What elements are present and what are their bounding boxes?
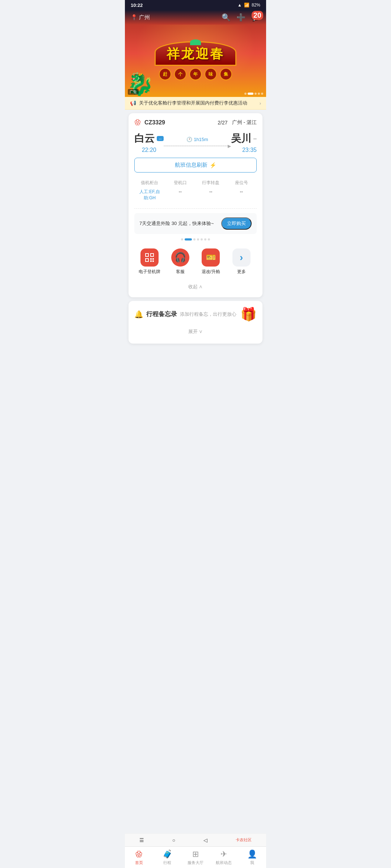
promo-dot-2 [185, 238, 192, 241]
more-label: 更多 [237, 269, 246, 275]
refresh-text: 航班信息刷新 [175, 162, 207, 169]
arrival-airport: 吴川 -- 23:35 [231, 132, 257, 153]
info-value-gate: -- [167, 189, 194, 194]
flight-middle: 🕐 1h15m ▶ [164, 137, 231, 149]
dot-5 [261, 93, 263, 95]
banner-title: 祥龙迎春 [167, 45, 224, 63]
info-value-seat: -- [228, 189, 256, 194]
location-selector[interactable]: 📍 广州 [131, 14, 150, 21]
flight-header: 🏵 CZ3329 2/27 广州 - 湛江 [134, 118, 257, 127]
boarding-pass-label: 电子登机牌 [139, 269, 160, 275]
speaker-icon: 📢 [130, 100, 136, 106]
arrival-badge: -- [253, 136, 257, 141]
departure-time: 22:20 [134, 147, 164, 153]
customer-service-icon: 🎧 [171, 248, 189, 267]
action-customer-service[interactable]: 🎧 客服 [165, 246, 196, 278]
customer-service-label: 客服 [176, 269, 185, 275]
flight-number: CZ3329 [144, 119, 165, 126]
ad-label: 广告 [128, 89, 139, 95]
announcement-arrow: › [260, 101, 261, 106]
info-cell-checkin: 值机柜台 人工:EF,自助:GH [134, 177, 165, 204]
subtitle-char-1: 赶 [159, 68, 171, 80]
expand-button[interactable]: 展开 ∨ [134, 326, 257, 338]
signal-icon: ▲ [237, 3, 242, 8]
flight-header-left: 🏵 CZ3329 [134, 118, 165, 127]
info-label-checkin: 值机柜台 [136, 180, 164, 186]
boarding-pass-icon [140, 248, 159, 267]
action-boarding-pass[interactable]: 电子登机牌 [134, 246, 165, 278]
dot-4 [258, 93, 260, 95]
subtitle-char-5: 集 [220, 68, 232, 80]
memo-header: 🔔 行程备忘录 添加行程备忘，出行更放心 🎁 [134, 307, 257, 322]
action-change-upgrade[interactable]: 🎫 退改/升舱 [196, 246, 226, 278]
flight-route-display: 白云 -- 22:20 🕐 1h15m ▶ 吴川 -- [134, 132, 257, 153]
app-header: 📍 广州 🔍 ➕ 💬 20 [125, 10, 266, 25]
flight-card: 🏵 CZ3329 2/27 广州 - 湛江 白云 -- 22:20 🕐 1h15… [129, 113, 262, 297]
info-table: 值机柜台 人工:EF,自助:GH 登机口 -- 行李转盘 -- 座位号 -- [134, 177, 257, 204]
status-icons: ▲ 📶 82% [237, 3, 260, 8]
banner-indicator [244, 93, 263, 95]
svg-rect-6 [150, 258, 152, 260]
action-more[interactable]: › 更多 [226, 246, 257, 278]
svg-rect-7 [152, 258, 154, 260]
subtitle-char-2: 个 [174, 68, 186, 80]
arrival-name-text: 吴川 [231, 132, 251, 145]
flight-duration: 🕐 1h15m [186, 137, 208, 142]
refresh-button[interactable]: 航班信息刷新 ⚡ [134, 158, 257, 173]
info-cell-seat: 座位号 -- [226, 177, 257, 204]
promo-dot-3 [193, 238, 196, 241]
search-icon[interactable]: 🔍 [222, 13, 231, 22]
announcement-text: 关于优化客舱行李管理和开展国内付费行李优惠活动 [139, 100, 257, 106]
promo-dot-5 [201, 238, 203, 241]
banner-arch: 祥龙迎春 [155, 41, 236, 66]
more-icon: › [232, 248, 251, 267]
memo-card: 🔔 行程备忘录 添加行程备忘，出行更放心 🎁 展开 ∨ [129, 301, 262, 344]
svg-rect-8 [150, 260, 152, 262]
header-actions: 🔍 ➕ 💬 20 [222, 13, 260, 22]
message-badge[interactable]: 💬 20 [251, 13, 260, 22]
flight-line: ▶ [164, 144, 231, 149]
departure-name-text: 白云 [134, 132, 155, 145]
promo-section: 7天交通意外险 30 元起，快来体验~ 立即购买 [134, 213, 257, 241]
status-bar: 10:22 ▲ 📶 82% [125, 0, 266, 10]
svg-rect-3 [146, 254, 148, 256]
subtitle-char-4: 味 [205, 68, 217, 80]
promo-banner-top[interactable]: 🐉 祥龙迎春 赶 个 年 味 集 广告 [125, 25, 266, 97]
info-label-belt: 行李转盘 [197, 180, 225, 186]
content-area: 🏵 CZ3329 2/27 广州 - 湛江 白云 -- 22:20 🕐 1h15… [125, 113, 266, 386]
svg-rect-5 [151, 254, 153, 256]
promo-row: 7天交通意外险 30 元起，快来体验~ 立即购买 [134, 213, 257, 234]
info-cell-belt: 行李转盘 -- [196, 177, 226, 204]
action-icons-row: 电子登机牌 🎧 客服 🎫 退改/升舱 › 更多 [134, 246, 257, 278]
collapse-button[interactable]: 收起 ∧ [134, 281, 257, 292]
gift-icon: 🎁 [240, 307, 257, 322]
airline-logo: 🏵 [134, 118, 142, 127]
dot-3 [255, 93, 257, 95]
bell-icon: 🔔 [134, 310, 143, 319]
promo-text: 7天交通意外险 30 元起，快来体验~ [139, 220, 214, 227]
subtitle-char-3: 年 [189, 68, 202, 80]
announcement-bar[interactable]: 📢 关于优化客舱行李管理和开展国内付费行李优惠活动 › [125, 97, 266, 110]
departure-airport: 白云 -- 22:20 [134, 132, 164, 153]
flight-route: 广州 - 湛江 [232, 119, 257, 126]
status-time: 10:22 [131, 3, 143, 8]
clock-icon: 🕐 [186, 137, 192, 142]
flight-date: 2/27 [218, 120, 227, 125]
info-value-belt: -- [197, 189, 225, 194]
memo-title-row: 🔔 行程备忘录 添加行程备忘，出行更放心 [134, 310, 236, 319]
banner-main-content: 祥龙迎春 赶 个 年 味 集 [155, 41, 236, 80]
flight-date-route: 2/27 广州 - 湛江 [218, 119, 257, 126]
flight-line-inner [164, 146, 227, 146]
dot-2 [248, 93, 253, 95]
banner-subtitle: 赶 个 年 味 集 [155, 68, 236, 80]
promo-dot-7 [208, 238, 210, 241]
add-icon[interactable]: ➕ [236, 13, 245, 22]
location-pin-icon: 📍 [131, 14, 138, 21]
info-label-seat: 座位号 [228, 180, 256, 186]
info-divider [134, 208, 257, 209]
promo-buy-button[interactable]: 立即购买 [221, 217, 252, 230]
info-cell-gate: 登机口 -- [165, 177, 196, 204]
wifi-icon: 📶 [244, 3, 249, 8]
arrival-time: 23:35 [231, 147, 257, 153]
change-upgrade-icon: 🎫 [202, 248, 220, 267]
